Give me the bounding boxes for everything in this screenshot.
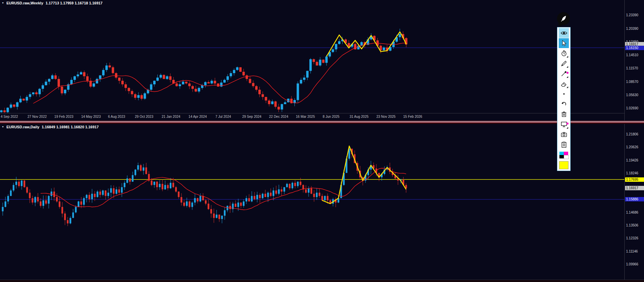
drawing-toolbar bbox=[557, 27, 571, 171]
dot-icon bbox=[560, 90, 568, 97]
eraser-tool[interactable] bbox=[559, 79, 569, 89]
cursor-icon bbox=[560, 40, 568, 47]
price-axis-label: 1.05630 bbox=[626, 93, 638, 97]
time-axis-label: 22 Dec 2024 bbox=[269, 115, 288, 118]
clipboard-icon bbox=[560, 141, 568, 148]
hline-price-badge-blue: 1.16150 bbox=[625, 46, 644, 50]
stopwatch-tool[interactable] bbox=[559, 48, 569, 58]
price-axis-label: 1.11570 bbox=[626, 66, 638, 70]
daily-symbol-label: EURUSD.raw,Daily bbox=[6, 125, 39, 129]
color-swatch-tool[interactable] bbox=[559, 150, 569, 160]
clipboard-tool[interactable] bbox=[559, 140, 569, 150]
price-axis-label: 1.19426 bbox=[626, 158, 638, 162]
time-axis-label: 16 Mar 2025 bbox=[296, 115, 315, 118]
color-swatches-icon bbox=[559, 152, 568, 158]
stopwatch-icon bbox=[560, 50, 568, 57]
trash-icon bbox=[560, 111, 568, 118]
undo-tool[interactable] bbox=[559, 99, 569, 109]
camera-icon bbox=[560, 131, 568, 138]
ma-line bbox=[33, 43, 406, 103]
cursor-tool[interactable] bbox=[559, 38, 569, 48]
time-axis-label: 23 Nov 2025 bbox=[376, 115, 396, 118]
line-tool[interactable] bbox=[559, 69, 569, 79]
weekly-ohlc-values: 1.17713 1.17959 1.16718 1.16917 bbox=[46, 1, 103, 5]
bottom-panel-edge bbox=[0, 280, 644, 282]
time-axis-label: 7 Jul 2024 bbox=[215, 115, 231, 118]
yellow-swatch-icon bbox=[559, 161, 569, 169]
zigzag-line bbox=[322, 146, 406, 203]
time-axis-label: 31 Aug 2025 bbox=[350, 115, 369, 118]
time-axis-label: 6 Aug 2023 bbox=[108, 115, 125, 118]
symbol-marker-icon: ▼ bbox=[2, 126, 4, 128]
daily-ohlc-values: 1.16849 1.16981 1.16820 1.16917 bbox=[42, 125, 98, 129]
candles-layer bbox=[2, 146, 407, 226]
visibility-tool[interactable] bbox=[559, 28, 569, 38]
pencil-tool[interactable] bbox=[559, 59, 569, 68]
price-axis-label: 1.14510 bbox=[626, 53, 638, 57]
weekly-symbol-label: EURUSD.raw,Weekly bbox=[6, 1, 43, 5]
eye-icon bbox=[560, 29, 568, 37]
price-axis-label: 1.09966 bbox=[626, 262, 638, 266]
quill-icon bbox=[560, 15, 567, 22]
weekly-chart-canvas[interactable] bbox=[0, 0, 624, 113]
monitor-icon bbox=[560, 121, 568, 128]
yellow-swatch-tool[interactable] bbox=[559, 160, 569, 170]
current-price-badge: 1.16917 bbox=[625, 186, 644, 190]
pencil-icon bbox=[560, 60, 568, 67]
time-axis-label: 27 Nov 2022 bbox=[27, 115, 47, 118]
weekly-price-axis[interactable]: 1.233901.203901.174501.145101.115701.085… bbox=[624, 0, 644, 121]
time-axis-label: 29 Oct 2023 bbox=[135, 115, 153, 118]
ma-line bbox=[41, 168, 406, 210]
time-axis-label: 4 Sep 2022 bbox=[1, 115, 18, 118]
price-axis-label: 1.14686 bbox=[626, 211, 638, 214]
daily-chart-header: ▼ EURUSD.raw,Daily 1.16849 1.16981 1.168… bbox=[2, 125, 99, 129]
daily-chart-canvas[interactable] bbox=[0, 124, 624, 280]
weekly-time-axis[interactable]: 4 Sep 202227 Nov 202219 Feb 202314 May 2… bbox=[0, 113, 624, 121]
price-axis-label: 1.23390 bbox=[626, 13, 638, 17]
weekly-chart-panel: ▼ EURUSD.raw,Weekly 1.17713 1.17959 1.16… bbox=[0, 0, 644, 121]
weekly-chart-header: ▼ EURUSD.raw,Weekly 1.17713 1.17959 1.16… bbox=[2, 1, 103, 5]
panel-divider[interactable] bbox=[0, 121, 644, 124]
hline-price-badge-yellow: 1.17695 bbox=[625, 177, 644, 182]
symbol-marker-icon: ▼ bbox=[2, 2, 4, 4]
price-axis-label: 1.20626 bbox=[626, 145, 638, 149]
price-axis-label: 1.21806 bbox=[626, 132, 638, 136]
price-axis-label: 1.20390 bbox=[626, 27, 638, 30]
pen-launcher-button[interactable] bbox=[557, 12, 570, 25]
hline-price-badge-blue: 1.15886 bbox=[625, 197, 644, 201]
trading-terminal: ▼ EURUSD.raw,Weekly 1.17713 1.17959 1.16… bbox=[0, 0, 644, 282]
price-axis-label: 1.12326 bbox=[626, 236, 638, 240]
time-axis-label: 14 Apr 2024 bbox=[188, 115, 207, 118]
price-axis-label: 1.18246 bbox=[626, 171, 638, 175]
daily-chart-panel: ▼ EURUSD.raw,Daily 1.16849 1.16981 1.168… bbox=[0, 124, 644, 280]
camera-tool[interactable] bbox=[559, 130, 569, 139]
price-axis-label: 1.13506 bbox=[626, 223, 638, 227]
eraser-icon bbox=[560, 80, 568, 87]
time-axis-label: 8 Jun 2025 bbox=[323, 115, 340, 118]
daily-price-axis[interactable]: 1.218061.206261.194261.182461.146861.135… bbox=[624, 124, 644, 280]
time-axis-label: 21 Jan 2024 bbox=[162, 115, 180, 118]
time-axis-label: 14 May 2023 bbox=[81, 115, 101, 118]
time-axis-label: 19 Feb 2023 bbox=[54, 115, 73, 118]
price-axis-label: 1.11146 bbox=[626, 250, 638, 253]
price-axis-label: 1.02690 bbox=[626, 106, 638, 110]
dot-tool[interactable] bbox=[559, 89, 569, 99]
pen-line-icon bbox=[560, 70, 568, 77]
candles-layer bbox=[0, 29, 407, 113]
delete-tool[interactable] bbox=[559, 109, 569, 119]
undo-icon bbox=[560, 101, 568, 108]
display-tool[interactable] bbox=[559, 120, 569, 129]
price-axis-label: 1.08570 bbox=[626, 80, 638, 84]
time-axis-label: 29 Sep 2024 bbox=[242, 115, 262, 118]
time-axis-label: 15 Feb 2026 bbox=[403, 115, 422, 118]
